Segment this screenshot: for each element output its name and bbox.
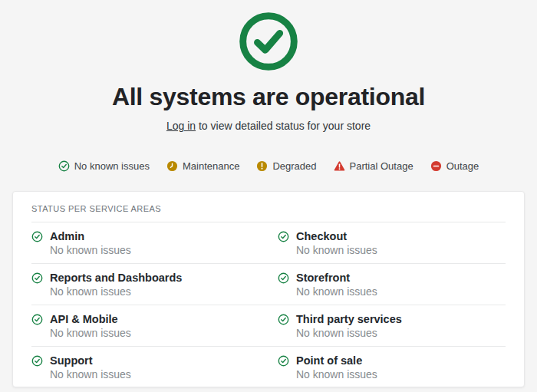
service-status: No known issues [296, 285, 377, 298]
service-status: No known issues [296, 244, 377, 257]
check-circle-icon [278, 355, 289, 367]
service-areas-card: STATUS PER SERVICE AREAS Admin No known … [12, 191, 525, 387]
legend-item: No known issues [58, 160, 150, 172]
service-item: Reports and Dashboards No known issues [31, 271, 259, 298]
log-in-link[interactable]: Log in [166, 120, 196, 132]
page-title: All systems are operational [0, 83, 537, 111]
status-page: All systems are operational Log in to vi… [0, 0, 537, 392]
subtitle: Log in to view detailed status for your … [0, 120, 537, 132]
service-status: No known issues [50, 368, 131, 381]
warning-triangle-icon [334, 160, 345, 172]
check-circle-icon [278, 272, 289, 284]
check-circle-icon [278, 231, 289, 242]
minus-circle-icon [430, 160, 442, 172]
service-name: Third party services [296, 312, 402, 326]
legend-label: Degraded [272, 160, 316, 172]
service-status: No known issues [50, 244, 131, 257]
service-row: Reports and Dashboards No known issues S… [31, 264, 506, 305]
service-name: Admin [50, 229, 131, 243]
check-circle-icon [237, 10, 300, 73]
service-row: API & Mobile No known issues Third party… [31, 305, 506, 347]
service-status: No known issues [296, 368, 377, 381]
legend-label: No known issues [74, 160, 150, 172]
service-name: Checkout [296, 229, 377, 243]
legend-item: Partial Outage [334, 160, 413, 172]
service-name: Reports and Dashboards [50, 271, 182, 285]
legend-item: Degraded [256, 160, 316, 172]
check-circle-icon [31, 272, 43, 284]
service-item: Storefront No known issues [278, 271, 506, 298]
legend-item: Outage [430, 160, 479, 172]
legend-item: Maintenance [166, 160, 239, 172]
service-item: Checkout No known issues [278, 229, 506, 257]
service-item: Support No known issues [31, 354, 259, 381]
card-header: STATUS PER SERVICE AREAS [31, 192, 506, 222]
check-circle-icon [31, 231, 43, 242]
service-status: No known issues [50, 327, 131, 340]
clock-icon [166, 160, 178, 172]
service-name: Storefront [296, 271, 377, 285]
subtitle-text: to view detailed status for your store [196, 120, 371, 132]
hero-section: All systems are operational Log in to vi… [0, 0, 537, 132]
service-item: Admin No known issues [31, 229, 259, 257]
check-circle-icon [278, 314, 289, 325]
legend-label: Partial Outage [350, 160, 413, 172]
service-name: API & Mobile [50, 312, 131, 326]
service-status: No known issues [50, 285, 182, 298]
legend-label: Outage [446, 160, 479, 172]
service-item: API & Mobile No known issues [31, 312, 259, 340]
service-item: Third party services No known issues [278, 312, 506, 340]
service-row: Support No known issues Point of sale No… [31, 347, 506, 387]
check-circle-icon [58, 160, 70, 172]
service-rows: Admin No known issues Checkout No known … [31, 222, 506, 387]
exclamation-circle-icon [256, 160, 268, 172]
check-circle-icon [31, 314, 43, 325]
legend-label: Maintenance [183, 160, 239, 172]
service-status: No known issues [296, 327, 402, 340]
status-legend: No known issues Maintenance Degraded Par… [0, 160, 537, 172]
check-circle-icon [31, 355, 43, 367]
service-name: Point of sale [296, 354, 377, 367]
service-item: Point of sale No known issues [278, 354, 506, 381]
service-name: Support [50, 354, 131, 367]
service-row: Admin No known issues Checkout No known … [31, 222, 506, 264]
